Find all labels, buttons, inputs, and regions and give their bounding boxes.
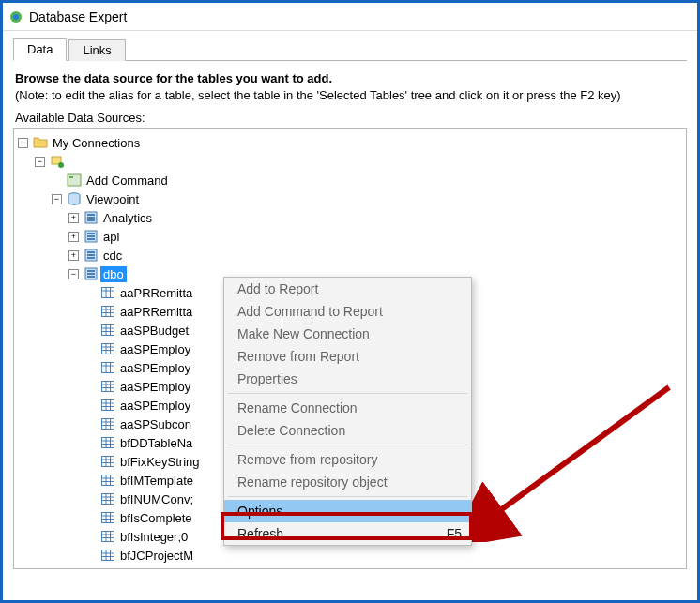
menu-item-options[interactable]: Options bbox=[224, 500, 471, 522]
table-icon bbox=[100, 454, 115, 469]
instruction-text: Browse the data source for the tables yo… bbox=[15, 70, 685, 103]
table-icon bbox=[100, 323, 115, 338]
tree-node-schema-cdc[interactable]: +cdc bbox=[68, 246, 682, 264]
tab-data[interactable]: Data bbox=[13, 38, 67, 61]
tree-label: api bbox=[100, 229, 122, 245]
tree-node-table[interactable]: bfJCUMConv;0 bbox=[85, 565, 682, 569]
collapse-icon[interactable]: − bbox=[52, 194, 62, 204]
svg-rect-14 bbox=[87, 238, 95, 240]
svg-rect-53 bbox=[102, 400, 114, 411]
schema-icon bbox=[84, 248, 99, 263]
svg-rect-23 bbox=[102, 288, 114, 298]
tree-node-connection[interactable]: − bbox=[35, 152, 682, 171]
tree-label bbox=[67, 160, 72, 162]
svg-rect-43 bbox=[102, 363, 114, 373]
svg-rect-20 bbox=[87, 270, 95, 272]
tree-node-schema-analytics[interactable]: +Analytics bbox=[68, 208, 682, 227]
svg-rect-18 bbox=[87, 257, 95, 259]
table-icon bbox=[100, 360, 115, 375]
folder-icon bbox=[33, 135, 48, 150]
context-menu: Add to Report Add Command to Report Make… bbox=[223, 277, 472, 546]
tree-label: bfIsInteger;0 bbox=[117, 529, 190, 545]
table-icon bbox=[100, 566, 115, 569]
svg-rect-73 bbox=[102, 475, 114, 486]
svg-rect-21 bbox=[87, 273, 95, 275]
svg-rect-5 bbox=[69, 176, 73, 178]
tree-label: Add Command bbox=[84, 173, 171, 188]
spacer bbox=[52, 175, 62, 186]
spacer bbox=[85, 494, 96, 505]
menu-separator bbox=[228, 445, 467, 445]
expand-icon[interactable]: + bbox=[68, 213, 79, 223]
svg-rect-10 bbox=[87, 219, 95, 221]
menu-item-remove-from-repository[interactable]: Remove from repository bbox=[224, 448, 471, 471]
menu-separator bbox=[228, 393, 467, 394]
tree-node-add-command[interactable]: Add Command bbox=[52, 171, 682, 189]
command-icon bbox=[67, 173, 82, 188]
spacer bbox=[85, 513, 96, 523]
connection-icon bbox=[50, 154, 65, 169]
menu-item-refresh[interactable]: Refresh F5 bbox=[224, 522, 471, 545]
collapse-icon[interactable]: − bbox=[35, 157, 45, 167]
tree-label: aaPRRemitta bbox=[117, 304, 195, 320]
tree-node-table[interactable]: bfJCProjectM bbox=[85, 546, 682, 565]
svg-rect-63 bbox=[102, 438, 114, 448]
tree-label: cdc bbox=[100, 248, 125, 264]
svg-rect-68 bbox=[102, 457, 114, 467]
spacer bbox=[85, 569, 96, 570]
expand-icon[interactable]: + bbox=[68, 232, 79, 242]
menu-item-remove-from-report[interactable]: Remove from Report bbox=[224, 345, 471, 368]
tree-label: aaPRRemitta bbox=[117, 285, 195, 301]
app-icon bbox=[8, 9, 23, 24]
spacer bbox=[85, 344, 96, 354]
svg-rect-8 bbox=[87, 214, 95, 216]
svg-rect-12 bbox=[87, 233, 95, 234]
spacer bbox=[85, 288, 96, 298]
tree-node-schema-api[interactable]: +api bbox=[68, 227, 682, 246]
spacer bbox=[85, 457, 96, 467]
svg-point-1 bbox=[13, 14, 19, 20]
menu-item-rename-connection[interactable]: Rename Connection bbox=[224, 397, 471, 419]
tree-label: bfINUMConv; bbox=[117, 491, 196, 507]
table-icon bbox=[100, 510, 115, 525]
menu-item-make-new-connection[interactable]: Make New Connection bbox=[224, 323, 471, 345]
spacer bbox=[85, 475, 96, 486]
window-title: Database Expert bbox=[29, 9, 127, 24]
svg-rect-93 bbox=[102, 550, 114, 561]
tab-strip: Data Links bbox=[13, 37, 687, 61]
instruction-note: (Note: to edit the alias for a table, se… bbox=[15, 87, 685, 104]
tree-node-viewpoint[interactable]: − Viewpoint bbox=[52, 189, 682, 208]
tab-links[interactable]: Links bbox=[68, 39, 125, 61]
tree-label: aaSPEmploy bbox=[117, 341, 193, 357]
database-expert-window: Database Expert Data Links Browse the da… bbox=[0, 0, 700, 603]
svg-rect-13 bbox=[87, 235, 95, 237]
tree-label: aaSPSubcon bbox=[117, 416, 194, 432]
menu-item-properties[interactable]: Properties bbox=[224, 368, 471, 390]
svg-rect-17 bbox=[87, 254, 95, 256]
table-icon bbox=[100, 398, 115, 413]
tree-label: aaSPEmploy bbox=[117, 379, 193, 395]
tree-label: bfJCUMConv;0 bbox=[117, 566, 205, 570]
spacer bbox=[85, 438, 96, 448]
svg-rect-22 bbox=[87, 276, 95, 278]
collapse-icon[interactable]: − bbox=[18, 138, 28, 148]
database-icon bbox=[67, 191, 82, 206]
expand-icon[interactable]: + bbox=[68, 250, 79, 261]
collapse-icon[interactable]: − bbox=[68, 269, 79, 279]
table-icon bbox=[100, 285, 115, 300]
table-icon bbox=[100, 379, 115, 394]
menu-item-add-to-report[interactable]: Add to Report bbox=[224, 278, 471, 300]
menu-item-add-command-to-report[interactable]: Add Command to Report bbox=[224, 300, 471, 323]
tree-node-my-connections[interactable]: − My Connections bbox=[18, 133, 682, 152]
svg-rect-48 bbox=[102, 382, 114, 392]
svg-rect-9 bbox=[87, 217, 95, 219]
svg-rect-83 bbox=[102, 513, 114, 523]
spacer bbox=[85, 419, 96, 430]
menu-item-shortcut: F5 bbox=[447, 526, 462, 541]
svg-rect-33 bbox=[102, 325, 114, 336]
spacer bbox=[85, 307, 96, 317]
menu-item-rename-repository-object[interactable]: Rename repository object bbox=[224, 471, 471, 493]
schema-icon bbox=[84, 210, 99, 225]
menu-item-delete-connection[interactable]: Delete Connection bbox=[224, 419, 471, 442]
tree-label: bfDDTableNa bbox=[117, 435, 195, 451]
